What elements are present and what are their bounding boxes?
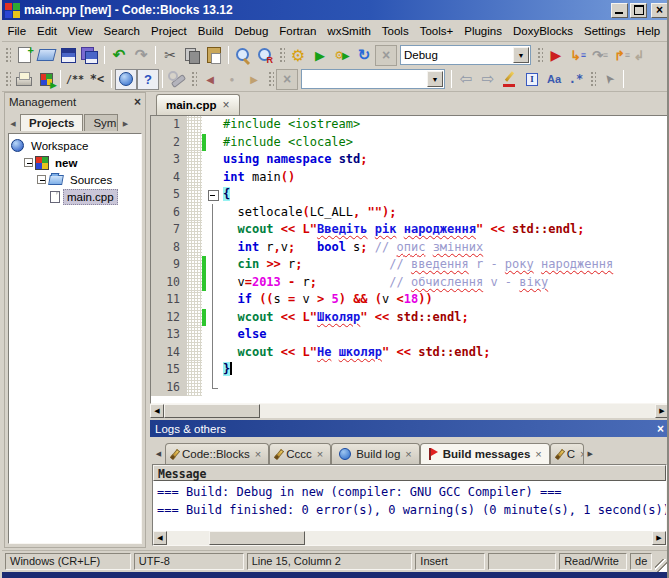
tab-close-icon[interactable]: × — [535, 448, 541, 460]
menu-wxsmith[interactable]: wxSmith — [322, 22, 376, 40]
open-file-icon[interactable] — [35, 45, 57, 66]
gutter-margin[interactable] — [187, 169, 202, 187]
blocks-run-icon[interactable] — [35, 69, 57, 90]
toolbar-grip[interactable] — [267, 70, 274, 88]
incremental-search-input[interactable]: ▼ — [301, 69, 445, 89]
match-case-icon[interactable] — [543, 69, 565, 90]
undo-icon[interactable] — [108, 45, 130, 66]
toolbar-grip[interactable] — [589, 70, 596, 88]
code-line[interactable]: 2#include <clocale> — [151, 134, 668, 152]
menu-debug[interactable]: Debug — [229, 22, 274, 40]
tab-scroll-left-icon[interactable]: ◀ — [7, 116, 19, 131]
line-number[interactable]: 16 — [151, 379, 187, 397]
gutter-margin[interactable] — [187, 186, 202, 204]
next-line-icon[interactable] — [567, 45, 589, 66]
line-number[interactable]: 13 — [151, 326, 187, 344]
build-icon[interactable] — [287, 45, 309, 66]
step-into-icon[interactable] — [633, 45, 645, 66]
chevron-down-icon[interactable]: ▼ — [513, 47, 529, 63]
regex-icon[interactable] — [565, 69, 587, 90]
tab-scroll-right-icon[interactable]: ▶ — [584, 445, 597, 463]
copy-icon[interactable] — [181, 45, 203, 66]
code-line[interactable]: 10 v=2013 - r; // обчислення v - віку — [151, 274, 668, 292]
gutter-margin[interactable] — [187, 309, 202, 327]
tree-item-sources[interactable]: Sources — [11, 171, 139, 188]
toolbar-grip[interactable] — [278, 46, 285, 64]
line-number[interactable]: 11 — [151, 291, 187, 309]
log-tab-code-blocks[interactable]: Code::Blocks× — [165, 443, 269, 464]
abort-icon[interactable] — [375, 45, 397, 66]
doxy-block-icon[interactable] — [64, 69, 86, 90]
code-line[interactable]: 6 setlocale(LC_ALL, ""); — [151, 204, 668, 222]
gutter-margin[interactable] — [187, 134, 202, 152]
editor-hscrollbar[interactable]: ◀ ▶ — [150, 404, 669, 418]
pos-dot-icon[interactable] — [221, 69, 243, 90]
menu-file[interactable]: File — [2, 22, 32, 40]
expander-minus-icon[interactable] — [37, 175, 46, 184]
line-number[interactable]: 14 — [151, 344, 187, 362]
toolbar-grip[interactable] — [4, 46, 11, 64]
menu-view[interactable]: View — [62, 22, 98, 40]
doxy-inline-icon[interactable] — [86, 69, 108, 90]
log-tab-build-messages[interactable]: Build messages× — [420, 443, 550, 464]
scroll-left-icon[interactable]: ◀ — [150, 404, 164, 418]
code-line[interactable]: 8 int r,v; bool s; // опис змінних — [151, 239, 668, 257]
gutter-margin[interactable] — [187, 256, 202, 274]
code-line[interactable]: 13 else — [151, 326, 668, 344]
line-number[interactable]: 9 — [151, 256, 187, 274]
tab-symb[interactable]: Symb — [84, 114, 118, 131]
gutter-margin[interactable] — [187, 379, 202, 397]
wrench-icon[interactable] — [166, 69, 188, 90]
printer-icon[interactable] — [13, 69, 35, 90]
tree-item-workspace[interactable]: Workspace — [11, 137, 139, 154]
title-bar[interactable]: main.cpp [new] - Code::Blocks 13.12 × — [2, 0, 669, 20]
code-line[interactable]: 4int main() — [151, 169, 668, 187]
save-file-icon[interactable] — [57, 45, 79, 66]
menu-fortran[interactable]: Fortran — [274, 22, 322, 40]
build-target-combobox[interactable]: Debug▼ — [400, 45, 531, 65]
code-line[interactable]: 11 if ((s = v > 5) && (v <18)) — [151, 291, 668, 309]
build-message-row[interactable]: === Build finished: 0 error(s), 0 warnin… — [157, 501, 662, 519]
find-icon[interactable] — [232, 45, 254, 66]
toolbar-grip[interactable] — [190, 70, 197, 88]
line-number[interactable]: 4 — [151, 169, 187, 187]
run-icon[interactable] — [309, 45, 331, 66]
maximize-button[interactable] — [630, 3, 647, 18]
expander-minus-icon[interactable] — [24, 158, 33, 167]
menu-edit[interactable]: Edit — [32, 22, 63, 40]
gutter-margin[interactable] — [187, 361, 202, 379]
scroll-right-icon[interactable]: ▶ — [655, 404, 669, 418]
menu-tools[interactable]: Tools — [376, 22, 414, 40]
code-line[interactable]: 5{ — [151, 186, 668, 204]
menu-tools[interactable]: Tools+ — [414, 22, 459, 40]
wx-globe-icon[interactable] — [115, 69, 137, 90]
logs-hscrollbar[interactable]: ◀ ▶ — [153, 531, 666, 545]
toolbar-grip[interactable] — [4, 70, 11, 88]
code-line[interactable]: 9 cin >> r; // введення r - року народже… — [151, 256, 668, 274]
line-number[interactable]: 8 — [151, 239, 187, 257]
line-number[interactable]: 7 — [151, 221, 187, 239]
log-tab-cccc[interactable]: Cccc× — [269, 443, 331, 464]
code-view[interactable]: 1#include <iostream>2#include <clocale>3… — [150, 115, 669, 404]
build-run-icon[interactable] — [331, 45, 353, 66]
gutter-margin[interactable] — [187, 274, 202, 292]
gutter-margin[interactable] — [187, 326, 202, 344]
menu-doxyblocks[interactable]: DoxyBlocks — [507, 22, 578, 40]
code-line[interactable]: 14 wcout << L"Не школяр" << std::endl; — [151, 344, 668, 362]
gutter-margin[interactable] — [187, 291, 202, 309]
paste-icon[interactable] — [203, 45, 225, 66]
select-box-icon[interactable] — [521, 69, 543, 90]
gutter-margin[interactable] — [187, 344, 202, 362]
fold-box-icon[interactable] — [206, 186, 220, 204]
highlight-icon[interactable] — [499, 69, 521, 90]
line-number[interactable]: 2 — [151, 134, 187, 152]
minimize-button[interactable] — [611, 3, 628, 18]
scroll-left-icon[interactable]: ◀ — [153, 531, 167, 545]
tab-close-icon[interactable]: × — [405, 448, 411, 460]
code-line[interactable]: 7 wcout << L"Введіть рік народження" << … — [151, 221, 668, 239]
prev-pos-icon[interactable] — [199, 69, 221, 90]
pointer-icon[interactable] — [598, 69, 620, 90]
menu-build[interactable]: Build — [192, 22, 229, 40]
line-number[interactable]: 10 — [151, 274, 187, 292]
editor-hscroll-thumb[interactable] — [164, 404, 260, 418]
